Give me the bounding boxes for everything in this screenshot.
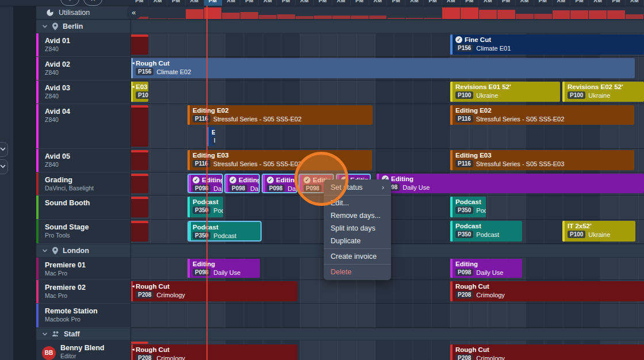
timeline-header-cell[interactable]: PM — [277, 0, 296, 6]
booking-detail-line: P098Daily Use — [455, 269, 520, 276]
utilization-bar — [405, 18, 423, 19]
context-menu-item-remove-days-[interactable]: Remove days... — [324, 209, 391, 222]
booking-block[interactable]: ✓Fine CutP156Climate E01 — [450, 35, 644, 55]
group-header-berlin[interactable]: Berlin — [36, 20, 644, 33]
timeline-header-cell[interactable]: PM — [461, 0, 479, 6]
booking-block[interactable]: Revisions E02 52'P100Ukraine — [562, 82, 644, 102]
resource-name: Benny Blend — [60, 344, 131, 352]
sidebar-item-avid-05[interactable]: Avid 05Z840 — [36, 149, 131, 173]
context-menu-item-edit-[interactable]: Edit... — [324, 197, 391, 209]
resource-subtitle: Mac Pro — [45, 292, 131, 299]
booking-block[interactable]: EP — [206, 127, 215, 146]
panel-chevron-button-1[interactable] — [0, 142, 8, 157]
timeline-header-cell[interactable]: PM — [314, 0, 332, 6]
sidebar-item-avid-02[interactable]: Avid 02Z840 — [36, 57, 131, 81]
timeline-header-cell[interactable]: PM — [388, 0, 406, 6]
booking-block[interactable]: Revisions E01 52'P100Ukraine — [450, 82, 560, 102]
sidebar-item-avid-03[interactable]: Avid 03Z840 — [36, 81, 131, 104]
context-menu-item-delete[interactable]: Delete — [324, 266, 391, 278]
timeline-header-cell[interactable]: AM — [405, 0, 424, 6]
context-menu-item-create-invoice[interactable]: Create invoice — [324, 250, 391, 263]
timeline-header-cell[interactable]: PM — [607, 0, 626, 6]
booking-block[interactable]: Rough CutP208Crimology — [450, 344, 644, 360]
timeline-header-cell[interactable]: AM — [369, 0, 388, 6]
booking-block[interactable]: PodcastP350Podcast — [187, 197, 223, 217]
favorite-button[interactable]: ♡ — [60, 0, 79, 6]
timeline-header-cell[interactable]: AM — [186, 0, 204, 6]
close-button[interactable]: ✕ — [83, 0, 102, 6]
booking-block[interactable]: ✓EditingP098Daily Use — [187, 174, 223, 193]
timeline-header-cell[interactable]: PM — [240, 0, 259, 6]
sidebar-item-sound-stage[interactable]: Sound StagePro Tools — [36, 220, 131, 244]
sidebar-item-avid-04[interactable]: Avid 04Z840 — [36, 104, 131, 149]
booking-title: Editing E03 — [193, 151, 229, 159]
booking-block[interactable]: ◄E03 +P100 — [131, 82, 148, 102]
timeline-header-cell[interactable]: PM — [534, 0, 553, 6]
booking-block[interactable] — [131, 221, 148, 242]
utilization-bar — [442, 7, 460, 19]
timeline-header-cell[interactable]: AM — [516, 0, 534, 6]
booking-block[interactable]: EditingP098Daily Use — [187, 259, 260, 278]
timeline-header-cell[interactable]: AM — [589, 0, 607, 6]
booking-block[interactable]: Rough CutP208Crimology — [450, 281, 644, 301]
booking-block[interactable]: Editing E03P116Stressful Series - S05 SS… — [450, 150, 634, 170]
booking-block[interactable]: EditingP098Daily Use — [450, 259, 522, 278]
timeline-header-cell[interactable]: PM — [424, 0, 442, 6]
timeline-header-cell[interactable]: AM — [149, 0, 167, 6]
panel-chevron-button-2[interactable] — [0, 159, 8, 174]
booking-block[interactable]: Editing E02P116Stressful Series - S05 SS… — [187, 105, 373, 125]
timeline-header-cell[interactable]: PM — [131, 0, 149, 6]
timeline-header-cell[interactable]: PM — [167, 0, 186, 6]
booking-block[interactable]: ◄Rough CutP208Crimology — [131, 344, 297, 360]
timeline-header-cell[interactable]: PM — [351, 0, 369, 6]
booking-block[interactable]: Editing E03P116Stressful Series - S05 SS… — [187, 150, 372, 170]
group-header-staff[interactable]: Staff — [36, 328, 644, 340]
timeline-header-cell[interactable]: AM — [553, 0, 571, 6]
timeline-header-cell[interactable]: AM — [296, 0, 314, 6]
am-pm-label: AM — [553, 0, 570, 3]
resource-subtitle: Pro Tools — [45, 232, 131, 239]
sidebar-item-premiere-02[interactable]: Premiere 02Mac Pro — [36, 280, 131, 304]
utilization-bar — [534, 14, 552, 19]
context-menu-item-split-into-days[interactable]: Split into days — [324, 222, 391, 235]
timeline-header-cell[interactable]: AM — [479, 0, 497, 6]
booking-block[interactable] — [131, 342, 148, 344]
sidebar-item-avid-01[interactable]: Avid 01Z840 — [36, 33, 131, 57]
sidebar-item-premiere-01[interactable]: Premiere 01Mac Pro — [36, 258, 131, 280]
booking-block[interactable]: PodcastP350Podcast — [187, 221, 262, 242]
timeline-header-cell[interactable]: AM — [332, 0, 351, 6]
project-code-chip: P — [212, 137, 215, 144]
booking-block[interactable]: ✓EditingP098Daily Use — [262, 174, 297, 193]
sidebar-item-sound-booth[interactable]: Sound Booth — [36, 196, 131, 220]
timeline-header-cell[interactable]: AM — [442, 0, 461, 6]
booking-stripe — [450, 35, 453, 55]
sidebar-collapse-button[interactable]: « — [127, 6, 140, 19]
booking-block[interactable]: PodcastP350Podcast — [450, 197, 486, 217]
booking-block[interactable] — [131, 35, 148, 55]
sidebar-item-remote-station[interactable]: Remote StationMacbook Pro — [36, 304, 131, 328]
timeline-header-cell[interactable]: AM — [626, 0, 644, 6]
booking-block[interactable]: ◄Rough CutP208Crimology — [131, 281, 297, 301]
timeline-header-cell[interactable]: PM — [570, 0, 589, 6]
sidebar-item-benny-blend[interactable]: BBBenny BlendEditor — [36, 340, 131, 360]
booking-block[interactable] — [131, 174, 148, 193]
booking-block[interactable]: ✓EditingP098Daily Use — [224, 174, 260, 193]
timeline-header-cell[interactable]: PM — [204, 0, 223, 6]
am-pm-label: AM — [222, 0, 240, 3]
resource-color-stripe — [36, 57, 39, 80]
timeline-header-cell[interactable]: AM — [222, 0, 240, 6]
booking-block[interactable] — [131, 197, 148, 217]
timeline-header-cell[interactable]: AM — [259, 0, 277, 6]
booking-block[interactable] — [131, 150, 148, 170]
project-name: Daily Use — [250, 185, 260, 192]
context-menu-item-set-status[interactable]: Set status› — [324, 181, 391, 194]
booking-block[interactable] — [131, 105, 148, 147]
sidebar-item-grading[interactable]: GradingDaVinci, Baselight — [36, 173, 131, 196]
project-code-chip: P116 — [193, 115, 210, 122]
booking-block[interactable]: PodcastP350Podcast — [450, 221, 522, 242]
booking-block[interactable]: ✓EditingP098Daily Use — [377, 174, 644, 193]
context-menu-item-duplicate[interactable]: Duplicate — [324, 235, 391, 247]
booking-block[interactable]: IT 2x52'P100Ukraine — [562, 221, 635, 242]
timeline-header-cell[interactable]: PM — [497, 0, 516, 6]
booking-block[interactable]: Editing E02P116Stressful Series - S05 SS… — [450, 105, 634, 125]
